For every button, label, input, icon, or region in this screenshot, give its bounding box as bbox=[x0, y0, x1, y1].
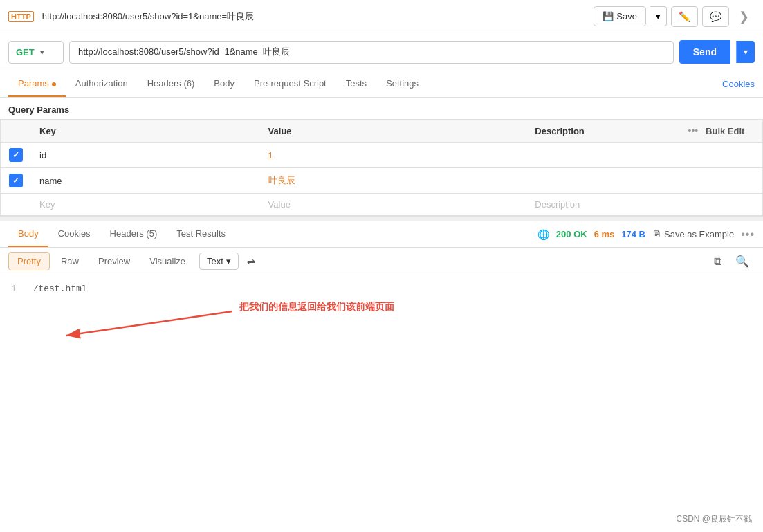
empty-extra-cell bbox=[680, 194, 763, 216]
svg-line-1 bbox=[66, 311, 232, 336]
three-dots-icon[interactable]: ••• bbox=[688, 125, 699, 136]
col-check bbox=[1, 120, 32, 143]
response-more-button[interactable]: ••• bbox=[741, 228, 755, 241]
request-tabs-row: Params Authorization Headers (6) Body Pr… bbox=[0, 71, 763, 98]
wrap-icon-button[interactable]: ⇌ bbox=[241, 253, 261, 270]
save-example-icon: 🖹 bbox=[652, 229, 661, 239]
edit-icon-button[interactable]: ✏️ bbox=[671, 6, 698, 27]
empty-value-cell[interactable]: Value bbox=[260, 194, 527, 216]
save-label: Save bbox=[616, 11, 637, 21]
format-type-label: Text bbox=[207, 256, 223, 266]
globe-icon: 🌐 bbox=[537, 229, 549, 240]
save-example-button[interactable]: 🖹 Save as Example bbox=[652, 229, 734, 239]
response-tab-headers[interactable]: Headers (5) bbox=[100, 221, 167, 247]
row1-check-cell: ✓ bbox=[1, 143, 32, 168]
col-description: Description bbox=[526, 120, 679, 143]
url-input[interactable] bbox=[69, 41, 674, 64]
format-tab-visualize[interactable]: Visualize bbox=[141, 253, 194, 270]
format-tabs-row: Pretty Raw Preview Visualize Text ▾ ⇌ ⧉ … bbox=[0, 248, 763, 275]
row1-checkbox[interactable]: ✓ bbox=[9, 148, 23, 162]
table-row: ✓ id 1 bbox=[1, 143, 763, 168]
row2-extra-cell bbox=[680, 168, 763, 194]
col-bulk-edit: ••• Bulk Edit bbox=[680, 120, 763, 143]
response-tabs-row: Body Cookies Headers (5) Test Results 🌐 … bbox=[0, 221, 763, 248]
format-tab-raw[interactable]: Raw bbox=[53, 253, 87, 270]
query-params-title: Query Params bbox=[0, 98, 763, 119]
tab-tests[interactable]: Tests bbox=[336, 71, 376, 97]
empty-desc-cell[interactable]: Description bbox=[526, 194, 679, 216]
send-label: Send bbox=[693, 46, 717, 57]
tab-params[interactable]: Params bbox=[8, 71, 66, 97]
annotation-arrow bbox=[53, 304, 232, 346]
table-row: ✓ name 叶良辰 bbox=[1, 168, 763, 194]
tab-authorization[interactable]: Authorization bbox=[66, 71, 138, 97]
annotation-area: 把我们的信息返回给我们该前端页面 bbox=[11, 301, 752, 356]
format-tab-pretty[interactable]: Pretty bbox=[8, 252, 50, 270]
tab-pre-request[interactable]: Pre-request Script bbox=[244, 71, 336, 97]
response-tab-body[interactable]: Body bbox=[8, 221, 48, 247]
row1-desc-cell[interactable] bbox=[526, 143, 679, 168]
status-ok: 200 OK bbox=[556, 229, 587, 239]
response-tab-test-results[interactable]: Test Results bbox=[167, 221, 235, 247]
url-bar: GET ▾ Send ▾ bbox=[0, 33, 763, 71]
bulk-edit-button[interactable]: Bulk Edit bbox=[706, 126, 744, 136]
method-label: GET bbox=[16, 47, 35, 57]
status-time: 6 ms bbox=[594, 229, 615, 239]
top-bar-actions: 💾 Save ▾ ✏️ 💬 ❯ bbox=[594, 6, 755, 27]
format-tab-preview[interactable]: Preview bbox=[90, 253, 138, 270]
code-content-1: /test.html bbox=[33, 284, 87, 294]
row2-checkbox[interactable]: ✓ bbox=[9, 174, 23, 187]
method-select[interactable]: GET ▾ bbox=[8, 41, 64, 64]
comment-icon-button[interactable]: 💬 bbox=[702, 6, 729, 27]
row1-value-cell[interactable]: 1 bbox=[260, 143, 527, 168]
annotation-text: 把我们的信息返回给我们该前端页面 bbox=[239, 301, 394, 313]
table-row-empty: Key Value Description bbox=[1, 194, 763, 216]
code-line-1: 1 /test.html bbox=[11, 284, 752, 294]
send-button[interactable]: Send bbox=[679, 40, 730, 64]
tab-body[interactable]: Body bbox=[204, 71, 244, 97]
format-type-arrow: ▾ bbox=[226, 256, 231, 266]
params-dot bbox=[52, 82, 56, 86]
save-button[interactable]: 💾 Save bbox=[594, 6, 646, 26]
row2-desc-cell[interactable] bbox=[526, 168, 679, 194]
collapse-button[interactable]: ❯ bbox=[733, 6, 755, 27]
response-tab-cookies[interactable]: Cookies bbox=[48, 221, 100, 247]
row2-check-cell: ✓ bbox=[1, 168, 32, 194]
top-bar-url: http://localhost:8080/user5/show?id=1&na… bbox=[42, 10, 589, 23]
response-status: 🌐 200 OK 6 ms 174 B 🖹 Save as Example ••… bbox=[537, 228, 755, 241]
row2-value-cell[interactable]: 叶良辰 bbox=[260, 168, 527, 194]
status-size: 174 B bbox=[621, 229, 645, 239]
empty-key-cell[interactable]: Key bbox=[31, 194, 260, 216]
col-key: Key bbox=[31, 120, 260, 143]
top-bar: HTTP http://localhost:8080/user5/show?id… bbox=[0, 0, 763, 33]
tab-cookies[interactable]: Cookies bbox=[722, 72, 755, 96]
send-dropdown-button[interactable]: ▾ bbox=[736, 41, 755, 63]
row1-key-cell[interactable]: id bbox=[31, 143, 260, 168]
line-number-1: 1 bbox=[11, 284, 17, 294]
tab-headers[interactable]: Headers (6) bbox=[138, 71, 205, 97]
empty-check-cell bbox=[1, 194, 32, 216]
format-type-select[interactable]: Text ▾ bbox=[199, 253, 239, 270]
footer-text: CSDN @良辰针不戳 bbox=[676, 513, 752, 525]
http-icon: HTTP bbox=[8, 11, 34, 22]
row1-extra-cell bbox=[680, 143, 763, 168]
row2-key-cell[interactable]: name bbox=[31, 168, 260, 194]
col-value: Value bbox=[260, 120, 527, 143]
params-table: Key Value Description ••• Bulk Edit ✓ id… bbox=[0, 119, 763, 216]
code-area: 1 /test.html 把我们的信息返回给我们该前端页面 bbox=[0, 275, 763, 365]
search-icon-button[interactable]: 🔍 bbox=[730, 252, 755, 270]
tab-settings[interactable]: Settings bbox=[376, 71, 428, 97]
section-divider bbox=[0, 216, 763, 221]
copy-icon-button[interactable]: ⧉ bbox=[708, 253, 727, 270]
save-dropdown-button[interactable]: ▾ bbox=[650, 6, 667, 26]
save-icon: 💾 bbox=[603, 11, 614, 21]
method-dropdown-arrow: ▾ bbox=[40, 48, 44, 56]
save-example-label: Save as Example bbox=[664, 229, 734, 239]
